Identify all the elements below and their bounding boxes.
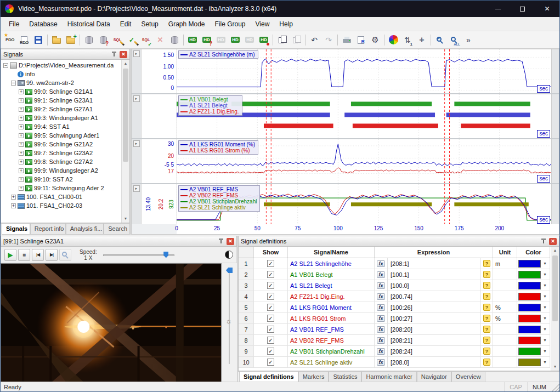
expand-icon[interactable]: + bbox=[19, 98, 24, 103]
help-button[interactable]: ? bbox=[481, 357, 493, 368]
pane-menu-button[interactable]: ▸ bbox=[133, 95, 140, 102]
color-cell[interactable]: ▾ bbox=[517, 302, 550, 313]
expand-icon[interactable]: + bbox=[11, 203, 16, 208]
pane-menu-button[interactable]: ▸ bbox=[133, 185, 140, 192]
show-checkbox[interactable]: ✓ bbox=[254, 335, 288, 346]
chevron-down-icon[interactable]: ▾ bbox=[541, 349, 548, 354]
tab-report-info[interactable]: Report info bbox=[30, 224, 66, 235]
scroll-thumb[interactable] bbox=[552, 255, 558, 321]
chevron-down-icon[interactable]: ▾ bbox=[541, 327, 548, 332]
fx-button[interactable]: fx bbox=[375, 280, 388, 291]
resize-grip[interactable] bbox=[551, 382, 559, 391]
speed-slider-handle[interactable] bbox=[163, 252, 168, 258]
color-swatch[interactable] bbox=[518, 260, 541, 268]
color-cell[interactable]: ▾ bbox=[517, 324, 550, 335]
settings-icon[interactable]: ⚙ bbox=[368, 33, 382, 47]
color-cell[interactable]: ▾ bbox=[517, 346, 550, 357]
chevron-down-icon[interactable]: ▾ bbox=[541, 294, 548, 299]
chevron-down-icon[interactable]: ▾ bbox=[541, 316, 548, 321]
stop-button[interactable]: ■ bbox=[18, 249, 30, 261]
plot-area[interactable]: A2 VB01 REF_FMSA2 VB02 REF_FMSA2 VB01 St… bbox=[177, 184, 551, 224]
fx-button[interactable]: fx bbox=[375, 357, 388, 368]
play-button[interactable]: ▶ bbox=[4, 249, 16, 261]
expand-icon[interactable]: + bbox=[19, 89, 24, 94]
sql-edit-icon[interactable]: SQL bbox=[110, 33, 125, 47]
chevron-down-icon[interactable]: ▾ bbox=[541, 360, 548, 365]
unit-cell[interactable] bbox=[493, 280, 517, 291]
tree-item[interactable]: +99:7: Schlinge G23A2 bbox=[1, 149, 121, 157]
save-pdo-icon[interactable] bbox=[31, 33, 46, 47]
expand-icon[interactable]: + bbox=[19, 133, 24, 138]
expression-cell[interactable]: [100:27] bbox=[388, 313, 481, 324]
tab-signals[interactable]: Signals bbox=[2, 224, 30, 235]
unit-cell[interactable]: m bbox=[493, 258, 517, 269]
show-checkbox[interactable]: ✓ bbox=[254, 324, 288, 335]
signal-name[interactable]: A2 VB01 REF_FMS bbox=[288, 324, 375, 335]
fx-button[interactable]: fx bbox=[375, 313, 388, 324]
help-button[interactable]: ? bbox=[481, 291, 493, 302]
color-swatch[interactable] bbox=[518, 315, 541, 322]
signal-row[interactable]: 2✓A1 VB01 Belegtfx[100.1]?▾ bbox=[239, 269, 550, 280]
new-pdo-icon[interactable]: ★PDO bbox=[3, 33, 17, 47]
color-swatch[interactable] bbox=[518, 359, 541, 366]
color-swatch[interactable] bbox=[518, 326, 541, 333]
tree-item[interactable]: +99:8: Schlinge G27A2 bbox=[1, 157, 121, 166]
signal-row[interactable]: 3✓A1 SL21 Belegtfx[100.0]?▾ bbox=[239, 280, 550, 291]
scroll-thumb[interactable] bbox=[123, 69, 128, 162]
chevron-down-icon[interactable]: ▾ bbox=[541, 305, 548, 310]
fx-button[interactable]: fx bbox=[375, 302, 388, 313]
help-button[interactable]: ? bbox=[481, 280, 493, 291]
color-cell[interactable]: ▾ bbox=[517, 291, 550, 302]
tree-item[interactable]: +99:5: Schwingung Ader1 bbox=[1, 131, 121, 140]
overflow-icon[interactable]: » bbox=[461, 33, 476, 47]
panel-close-icon[interactable]: ✕ bbox=[120, 51, 127, 58]
menu-setup[interactable]: Setup bbox=[136, 18, 163, 30]
signal-row[interactable]: 4✓A2 FZ21-1 Dig.Eing.fx[200.74]?▾ bbox=[239, 291, 550, 302]
maximize-button[interactable] bbox=[510, 1, 535, 17]
db-detach-icon[interactable] bbox=[167, 33, 182, 47]
tree-item[interactable]: +99:3: Windungsleger A1 bbox=[1, 113, 121, 122]
hd-open-icon[interactable]: HD bbox=[185, 33, 200, 47]
signal-name[interactable]: A2 SL21 Schlingehöhe bbox=[288, 258, 375, 269]
fx-button[interactable]: fx bbox=[375, 324, 388, 335]
unit-cell[interactable]: % bbox=[493, 302, 517, 313]
collapse-icon[interactable]: − bbox=[3, 63, 8, 68]
menu-file[interactable]: File bbox=[4, 18, 24, 30]
contrast-icon[interactable] bbox=[225, 251, 233, 259]
tab-markers[interactable]: Markers bbox=[298, 372, 329, 383]
plot-area[interactable]: A1 VB01 BelegtA1 SL21 BelegtA2 FZ21-1 Di… bbox=[177, 94, 551, 138]
copy-icon[interactable] bbox=[275, 33, 289, 47]
expand-icon[interactable]: + bbox=[19, 116, 24, 121]
color-cell[interactable]: ▾ bbox=[517, 269, 550, 280]
hd-export-icon[interactable]: HD bbox=[228, 33, 242, 47]
scroll-down-icon[interactable]: ▼ bbox=[122, 215, 129, 223]
unit-cell[interactable] bbox=[493, 346, 517, 357]
show-checkbox[interactable]: ✓ bbox=[254, 346, 288, 357]
menu-help[interactable]: Help bbox=[274, 18, 298, 30]
tab-search[interactable]: Search bbox=[104, 224, 130, 235]
expand-icon[interactable]: + bbox=[19, 107, 24, 112]
show-checkbox[interactable]: ✓ bbox=[254, 269, 288, 280]
expand-icon[interactable]: + bbox=[19, 186, 24, 191]
open-dat-file-icon[interactable] bbox=[49, 33, 64, 47]
unit-cell[interactable] bbox=[493, 269, 517, 280]
tree-item[interactable]: +99:4: SST A1 bbox=[1, 122, 121, 131]
signal-name[interactable]: A1 LKS RG01 Moment bbox=[288, 302, 375, 313]
menu-graph-mode[interactable]: Graph Mode bbox=[163, 18, 210, 30]
fx-button[interactable]: fx bbox=[375, 291, 388, 302]
zoom-all-icon[interactable]: ALL bbox=[447, 33, 461, 47]
unit-cell[interactable] bbox=[493, 324, 517, 335]
col-unit[interactable]: Unit bbox=[493, 247, 517, 258]
open-pdo-icon[interactable]: PDO bbox=[17, 33, 31, 47]
scroll-down-icon[interactable]: ▼ bbox=[551, 363, 559, 371]
color-swatch[interactable] bbox=[518, 348, 541, 355]
col-expression[interactable]: Expression bbox=[375, 247, 493, 258]
tree-item[interactable]: −99. ww2cam-str-2 bbox=[1, 78, 121, 87]
video-frame[interactable] bbox=[1, 263, 222, 383]
signal-name[interactable]: A2 SL21 Schlinge aktiv bbox=[288, 357, 375, 368]
hd-query-icon[interactable]: HD? bbox=[200, 33, 214, 47]
help-button[interactable]: ? bbox=[481, 335, 493, 346]
color-swatch[interactable] bbox=[518, 271, 541, 279]
tab-signal-definitions[interactable]: Signal definitions bbox=[239, 372, 298, 383]
signal-row[interactable]: 9✓A2 VB01 StichplanDrehzahlfx[208:24]?▾ bbox=[239, 346, 550, 357]
